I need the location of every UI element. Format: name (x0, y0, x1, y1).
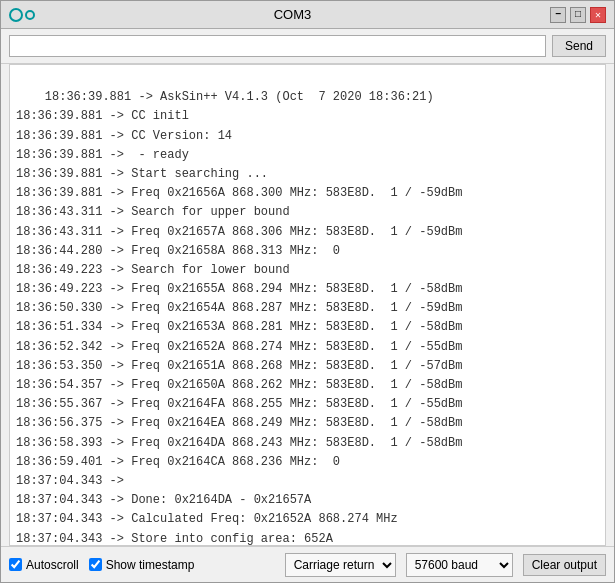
main-window: COM3 − □ ✕ Send 18:36:39.881 -> AskSin++… (0, 0, 615, 583)
output-area: 18:36:39.881 -> AskSin++ V4.1.3 (Oct 7 2… (9, 64, 606, 546)
output-text: 18:36:39.881 -> AskSin++ V4.1.3 (Oct 7 2… (16, 90, 462, 545)
timestamp-label: Show timestamp (106, 558, 195, 572)
timestamp-group: Show timestamp (89, 558, 195, 572)
autoscroll-label: Autoscroll (26, 558, 79, 572)
maximize-button[interactable]: □ (570, 7, 586, 23)
autoscroll-group: Autoscroll (9, 558, 79, 572)
close-button[interactable]: ✕ (590, 7, 606, 23)
serial-input[interactable] (9, 35, 546, 57)
line-ending-select[interactable]: No line endingNewlineCarriage returnBoth… (285, 553, 396, 577)
title-bar-left (9, 8, 35, 22)
logo-circle-large (9, 8, 23, 22)
baud-rate-select[interactable]: 300 baud1200 baud2400 baud4800 baud9600 … (406, 553, 513, 577)
window-title: COM3 (35, 7, 550, 22)
clear-output-button[interactable]: Clear output (523, 554, 606, 576)
minimize-button[interactable]: − (550, 7, 566, 23)
timestamp-checkbox[interactable] (89, 558, 102, 571)
autoscroll-checkbox[interactable] (9, 558, 22, 571)
status-bar: Autoscroll Show timestamp No line ending… (1, 546, 614, 582)
arduino-logo (9, 8, 35, 22)
logo-circle-small (25, 10, 35, 20)
send-button[interactable]: Send (552, 35, 606, 57)
input-bar: Send (1, 29, 614, 64)
title-controls: − □ ✕ (550, 7, 606, 23)
title-bar: COM3 − □ ✕ (1, 1, 614, 29)
